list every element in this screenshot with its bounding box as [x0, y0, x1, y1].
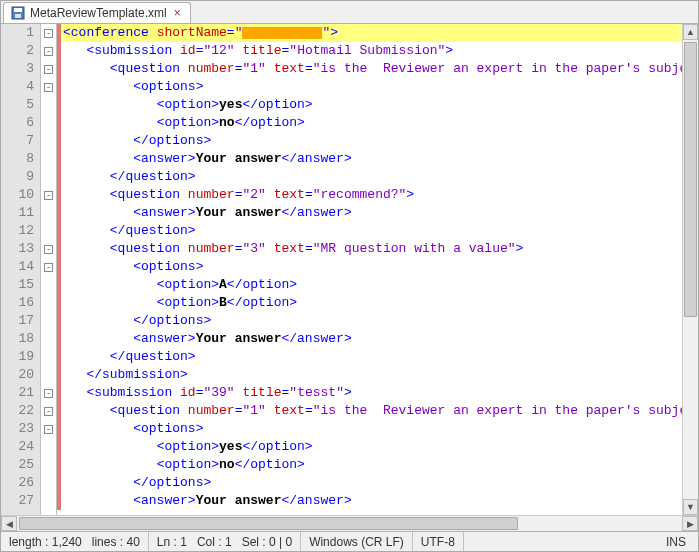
- code-line[interactable]: <answer>Your answer</answer>: [61, 330, 682, 348]
- line-number: 25: [1, 456, 34, 474]
- code-line[interactable]: <option>B</option>: [61, 294, 682, 312]
- horizontal-scrollbar[interactable]: ◀ ▶: [1, 515, 698, 531]
- fold-margin: ----------: [41, 24, 57, 515]
- scroll-right-button[interactable]: ▶: [682, 516, 698, 531]
- line-number: 20: [1, 366, 34, 384]
- lines-label: lines :: [92, 535, 123, 549]
- line-number: 10: [1, 186, 34, 204]
- code-line[interactable]: </submission>: [61, 366, 682, 384]
- svg-rect-2: [15, 14, 21, 18]
- fold-cell: [41, 96, 56, 114]
- status-position: Ln : 1 Col : 1 Sel : 0 | 0: [149, 532, 301, 551]
- close-icon[interactable]: ×: [171, 7, 184, 20]
- fold-toggle[interactable]: -: [44, 47, 53, 56]
- fold-toggle[interactable]: -: [44, 389, 53, 398]
- line-number-gutter: 1234567891011121314151617181920212223242…: [1, 24, 41, 515]
- lines-value: 40: [126, 535, 139, 549]
- code-line[interactable]: <question number="3" text="MR question w…: [61, 240, 682, 258]
- code-line[interactable]: <answer>Your answer</answer>: [61, 204, 682, 222]
- code-content[interactable]: <conference shortName=""> <submission id…: [61, 24, 682, 515]
- fold-cell: [41, 330, 56, 348]
- code-line[interactable]: <options>: [61, 420, 682, 438]
- code-line[interactable]: <options>: [61, 258, 682, 276]
- length-value: 1,240: [52, 535, 82, 549]
- fold-cell: -: [41, 258, 56, 276]
- hscroll-thumb[interactable]: [19, 517, 518, 530]
- scroll-left-button[interactable]: ◀: [1, 516, 17, 531]
- ln-label: Ln :: [157, 535, 177, 549]
- length-label: length :: [9, 535, 48, 549]
- code-line[interactable]: <answer>Your answer</answer>: [61, 492, 682, 510]
- fold-cell: [41, 114, 56, 132]
- tabbar: MetaReviewTemplate.xml ×: [1, 1, 698, 24]
- code-line[interactable]: <submission id="12" title="Hotmail Submi…: [61, 42, 682, 60]
- code-line[interactable]: </options>: [61, 132, 682, 150]
- fold-cell: [41, 276, 56, 294]
- code-line[interactable]: <answer>Your answer</answer>: [61, 150, 682, 168]
- scroll-up-button[interactable]: ▲: [683, 24, 698, 40]
- fold-cell: -: [41, 402, 56, 420]
- code-line[interactable]: <options>: [61, 78, 682, 96]
- code-line[interactable]: </options>: [61, 474, 682, 492]
- fold-toggle[interactable]: -: [44, 65, 53, 74]
- fold-cell: -: [41, 186, 56, 204]
- code-line[interactable]: </options>: [61, 312, 682, 330]
- code-line[interactable]: <question number="1" text="is the Review…: [61, 402, 682, 420]
- fold-cell: [41, 366, 56, 384]
- fold-cell: -: [41, 78, 56, 96]
- sel-label: Sel :: [242, 535, 266, 549]
- fold-toggle[interactable]: -: [44, 263, 53, 272]
- fold-cell: [41, 312, 56, 330]
- scroll-thumb[interactable]: [684, 42, 697, 317]
- code-line[interactable]: </question>: [61, 348, 682, 366]
- code-line[interactable]: <option>no</option>: [61, 456, 682, 474]
- code-line[interactable]: <option>yes</option>: [61, 96, 682, 114]
- line-number: 6: [1, 114, 34, 132]
- fold-toggle[interactable]: -: [44, 29, 53, 38]
- status-length: length : 1,240 lines : 40: [1, 532, 149, 551]
- code-line[interactable]: <conference shortName="">: [61, 24, 682, 42]
- fold-cell: -: [41, 24, 56, 42]
- code-line[interactable]: <question number="2" text="recommend?">: [61, 186, 682, 204]
- status-encoding: UTF-8: [413, 532, 464, 551]
- fold-toggle[interactable]: -: [44, 245, 53, 254]
- line-number: 27: [1, 492, 34, 510]
- code-line[interactable]: <option>no</option>: [61, 114, 682, 132]
- col-label: Col :: [197, 535, 222, 549]
- code-line[interactable]: </question>: [61, 168, 682, 186]
- fold-toggle[interactable]: -: [44, 425, 53, 434]
- fold-toggle[interactable]: -: [44, 191, 53, 200]
- status-eol: Windows (CR LF): [301, 532, 413, 551]
- tab-title: MetaReviewTemplate.xml: [30, 6, 167, 20]
- status-mode: INS: [658, 532, 698, 551]
- line-number: 13: [1, 240, 34, 258]
- fold-cell: -: [41, 60, 56, 78]
- line-number: 17: [1, 312, 34, 330]
- code-line[interactable]: <submission id="39" title="tesst">: [61, 384, 682, 402]
- fold-cell: [41, 222, 56, 240]
- line-number: 7: [1, 132, 34, 150]
- line-number: 18: [1, 330, 34, 348]
- scroll-track[interactable]: [683, 40, 698, 499]
- line-number: 11: [1, 204, 34, 222]
- fold-toggle[interactable]: -: [44, 83, 53, 92]
- vertical-scrollbar[interactable]: ▲ ▼: [682, 24, 698, 515]
- scroll-down-button[interactable]: ▼: [683, 499, 698, 515]
- fold-toggle[interactable]: -: [44, 407, 53, 416]
- sel-value: 0 | 0: [269, 535, 292, 549]
- fold-cell: [41, 438, 56, 456]
- line-number: 9: [1, 168, 34, 186]
- fold-cell: [41, 492, 56, 510]
- fold-cell: [41, 132, 56, 150]
- line-number: 2: [1, 42, 34, 60]
- file-tab[interactable]: MetaReviewTemplate.xml ×: [3, 2, 191, 23]
- line-number: 12: [1, 222, 34, 240]
- line-number: 16: [1, 294, 34, 312]
- line-number: 24: [1, 438, 34, 456]
- code-line[interactable]: <question number="1" text="is the Review…: [61, 60, 682, 78]
- code-line[interactable]: </question>: [61, 222, 682, 240]
- code-line[interactable]: <option>yes</option>: [61, 438, 682, 456]
- hscroll-track[interactable]: [17, 516, 682, 531]
- code-line[interactable]: <option>A</option>: [61, 276, 682, 294]
- line-number: 19: [1, 348, 34, 366]
